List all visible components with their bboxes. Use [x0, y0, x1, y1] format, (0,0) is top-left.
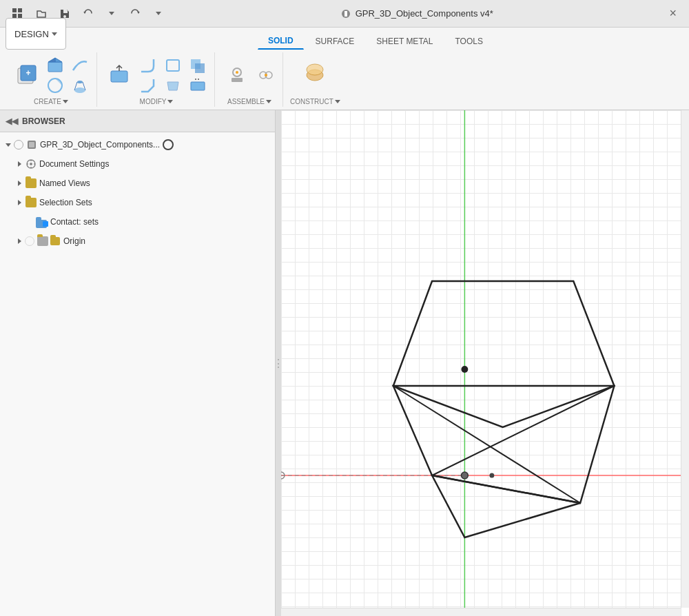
svg-rect-3 [18, 14, 22, 18]
title-bar-center: GPR_3D_Object_Components v4* [340, 8, 493, 19]
canvas[interactable] [281, 110, 689, 616]
assemble-label[interactable]: ASSEMBLE [227, 98, 271, 105]
bottom-shape [432, 475, 580, 537]
shell-btn[interactable] [162, 56, 184, 75]
replace-face-btn[interactable] [187, 76, 209, 95]
fillet-btn[interactable] [137, 56, 159, 75]
expand-root[interactable] [3, 139, 14, 150]
expand-selection-sets[interactable] [14, 197, 25, 208]
create-col1 [44, 56, 66, 95]
combine-btn[interactable] [187, 56, 209, 75]
offset-plane-btn[interactable] [300, 55, 330, 95]
collapse-browser-btn[interactable]: ◀◀ [6, 116, 18, 126]
tree-item-selection-sets[interactable]: Selection Sets [0, 193, 275, 212]
undo-dropdown[interactable] [102, 4, 121, 23]
create-col2 [69, 56, 91, 95]
sweep-btn[interactable] [69, 56, 91, 75]
modify-col3 [187, 56, 209, 95]
tree-item-named-views[interactable]: Named Views [0, 174, 275, 193]
modify-col2 [162, 56, 184, 95]
expand-contact-sets [25, 216, 36, 227]
title-icon [340, 8, 351, 19]
svg-marker-10 [55, 58, 62, 62]
chamfer-btn[interactable] [137, 76, 159, 95]
svg-text:+: + [25, 68, 30, 78]
icon-origin-inner [49, 235, 61, 247]
modify-items [104, 54, 209, 96]
as-built-joint-btn[interactable] [255, 65, 277, 85]
group-assemble: ASSEMBLE [216, 52, 283, 107]
pentagon-shape [393, 281, 615, 427]
tab-surface[interactable]: SURFACE [305, 33, 365, 50]
construct-items [300, 54, 330, 96]
h-scrollbar[interactable] [281, 608, 681, 616]
label-doc-settings: Document Settings [39, 159, 109, 169]
construct-label[interactable]: CONSTRUCT [290, 98, 340, 105]
joint-btn[interactable] [222, 55, 252, 95]
browser-header: ◀◀ BROWSER [0, 110, 275, 132]
lower-shape [393, 386, 615, 503]
draft-btn[interactable] [162, 76, 184, 95]
svg-marker-11 [48, 58, 55, 62]
close-btn[interactable]: × [665, 5, 681, 22]
svg-point-31 [30, 163, 32, 165]
svg-rect-29 [29, 142, 34, 147]
create-label[interactable]: CREATE [34, 98, 68, 105]
design-label: DESIGN [14, 29, 49, 39]
ribbon: DESIGN SOLID SURFACE SHEET METAL TOOLS [0, 28, 689, 110]
ribbon-tabs: DESIGN SOLID SURFACE SHEET METAL TOOLS [0, 28, 689, 50]
v-scrollbar[interactable] [681, 110, 689, 608]
svg-point-21 [236, 71, 238, 74]
tree-item-doc-settings[interactable]: Document Settings [0, 154, 275, 174]
redo-btn[interactable] [125, 4, 145, 23]
tab-sheet-metal[interactable]: SHEET METAL [366, 33, 443, 50]
svg-rect-22 [232, 78, 243, 82]
group-construct: CONSTRUCT [285, 52, 346, 107]
sketch-canvas [281, 110, 689, 616]
svg-rect-1 [18, 8, 22, 12]
main-area: ◀◀ BROWSER GPR_3D_Object_Components... [0, 110, 689, 616]
record-indicator [163, 139, 174, 150]
undo-btn[interactable] [79, 4, 98, 23]
create-items: + [11, 54, 91, 96]
title-bar: GPR_3D_Object_Components v4* × [0, 0, 689, 28]
icon-root [25, 138, 38, 151]
vis-root[interactable] [14, 140, 23, 150]
tree-item-origin[interactable]: Origin [0, 232, 275, 251]
press-pull-btn[interactable] [104, 55, 134, 95]
redo-dropdown[interactable] [149, 4, 168, 23]
tree-item-root[interactable]: GPR_3D_Object_Components... [0, 135, 275, 154]
tab-solid[interactable]: SOLID [258, 32, 304, 50]
panel-resize-handle[interactable] [276, 110, 281, 616]
construct-chevron [335, 100, 340, 103]
icon-named-views [25, 177, 37, 189]
assemble-items [222, 54, 277, 96]
modify-chevron [167, 100, 173, 103]
new-component-btn[interactable]: + [11, 55, 41, 95]
svg-rect-19 [191, 82, 205, 90]
ribbon-content: + [0, 50, 689, 110]
vis-origin[interactable] [25, 236, 34, 246]
expand-named-views[interactable] [14, 178, 25, 189]
group-modify: MODIFY [99, 52, 215, 107]
revolve-btn[interactable] [44, 76, 66, 95]
extrude-btn[interactable] [44, 56, 66, 75]
svg-rect-0 [12, 8, 17, 12]
modify-label[interactable]: MODIFY [140, 98, 174, 105]
expand-doc-settings[interactable] [14, 158, 25, 170]
svg-point-25 [265, 74, 267, 76]
svg-rect-9 [48, 62, 62, 72]
tree-item-contact-sets[interactable]: Contact: sets [0, 212, 275, 232]
create-chevron [63, 100, 68, 103]
svg-rect-16 [167, 60, 179, 71]
icon-contact-sets [36, 216, 48, 228]
loft-btn[interactable] [69, 76, 91, 95]
inner-line-1 [432, 386, 614, 475]
small-dot-right [489, 473, 494, 478]
icon-doc-settings [25, 158, 37, 170]
expand-origin[interactable] [14, 236, 25, 247]
group-create: + [6, 52, 97, 107]
label-selection-sets: Selection Sets [39, 198, 92, 207]
tab-tools[interactable]: TOOLS [445, 33, 493, 50]
design-mode-btn[interactable]: DESIGN [6, 18, 66, 50]
